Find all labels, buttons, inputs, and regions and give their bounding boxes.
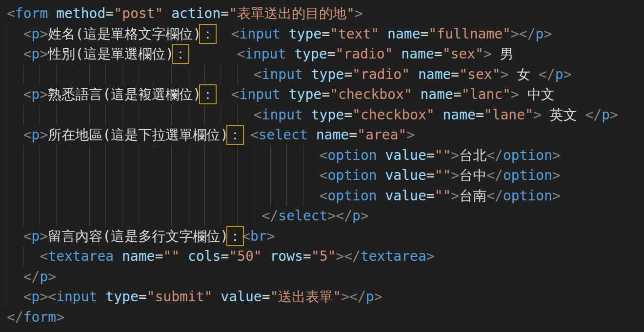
indent-guide	[221, 206, 221, 226]
bracket-token: <	[320, 188, 328, 204]
code-line[interactable]: <option value="">台北</option>	[0, 145, 644, 166]
indent-guide	[188, 186, 188, 206]
code-line[interactable]: <input type="checkbox" name="lane"> 英文 <…	[0, 105, 644, 125]
bracket-token: >	[501, 66, 509, 82]
indent-guide	[7, 145, 7, 166]
indent-guide	[254, 206, 254, 226]
whitespace	[410, 66, 418, 82]
equals-token: =	[344, 66, 352, 82]
string-value-token: "lane"	[484, 107, 533, 123]
whitespace	[412, 86, 421, 102]
code-line[interactable]: <option value="">台中</option>	[0, 165, 644, 186]
attribute-name-token: type	[294, 46, 327, 62]
indent-guide	[23, 246, 24, 267]
string-value-token: "lanc"	[462, 86, 511, 102]
attribute-name-token: value	[385, 188, 426, 204]
equals-token: =	[426, 188, 435, 204]
whitespace	[377, 188, 385, 204]
equals-token: =	[262, 289, 270, 305]
indent-guide	[237, 105, 238, 125]
attribute-name-token: type	[289, 26, 322, 42]
code-line[interactable]: <form method="post" action="表單送出的目的地">	[0, 3, 644, 24]
indent-guide	[139, 206, 139, 226]
indent-guide	[270, 145, 271, 166]
code-line[interactable]: </form>	[0, 307, 644, 328]
code-line[interactable]: </p>	[0, 267, 644, 287]
text-content-token: 台南	[459, 188, 486, 204]
indent-guide	[7, 186, 7, 206]
text-content-token: 台北	[459, 147, 486, 163]
indent-guide	[221, 186, 221, 206]
whitespace	[286, 46, 294, 62]
indent-guide	[221, 165, 221, 186]
indent-guide	[303, 145, 303, 166]
whitespace	[262, 248, 270, 264]
code-line[interactable]: <option value="">台南</option>	[0, 186, 644, 206]
indent-guide	[122, 105, 122, 125]
bracket-token: </	[262, 208, 279, 224]
indent-guide	[171, 64, 172, 85]
indent-guide	[122, 206, 122, 226]
attribute-name-token: value	[221, 289, 262, 305]
equals-token: =	[421, 26, 429, 42]
attribute-name-token: name	[443, 107, 475, 123]
bracket-token: >	[40, 26, 48, 42]
indent-guide	[73, 64, 73, 85]
whitespace	[48, 5, 56, 21]
tag-name-token: input	[240, 86, 281, 102]
tag-name-token: p	[32, 86, 40, 102]
whitespace	[308, 127, 316, 143]
text-content-token: 中文	[519, 86, 555, 102]
indent-guide	[56, 165, 57, 186]
whitespace	[377, 147, 385, 163]
tag-name-token: p	[536, 26, 544, 42]
code-line[interactable]: <p>所在地區(這是下拉選單欄位)： <select name="area">	[0, 125, 644, 145]
bracket-token: >	[483, 46, 492, 62]
indent-guide	[23, 206, 24, 226]
whitespace	[187, 46, 237, 62]
tag-name-token: form	[15, 5, 48, 21]
code-line[interactable]: <p>姓名(這是單格文字欄位)： <input type="text" name…	[0, 24, 644, 44]
bracket-token: </	[585, 107, 602, 123]
bracket-token: >	[40, 46, 48, 62]
indent-guide	[7, 226, 7, 247]
bracket-token: >	[327, 208, 336, 224]
bracket-token: >	[361, 208, 369, 224]
indent-guide	[23, 186, 24, 206]
equals-token: =	[344, 107, 352, 123]
code-line[interactable]: <p>性別(這是單選欄位)： <input type="radio" name=…	[0, 44, 644, 64]
indent-guide	[155, 186, 155, 206]
indent-guide	[73, 165, 73, 186]
indent-guide	[89, 105, 90, 125]
code-line[interactable]: <p><input type="submit" value="送出表單"></p…	[0, 287, 644, 307]
code-editor[interactable]: <form method="post" action="表單送出的目的地"> <…	[0, 0, 644, 332]
whitespace	[377, 167, 385, 183]
indent-guide	[7, 64, 7, 85]
bracket-token: <	[237, 46, 245, 62]
highlighted-fullwidth-colon: ：	[174, 46, 187, 62]
code-line[interactable]: <p>熟悉語言(這是複選欄位)： <input type="checkbox" …	[0, 84, 644, 105]
indent-guide	[221, 105, 221, 125]
tag-name-token: select	[259, 127, 308, 143]
bracket-token: <	[254, 66, 262, 82]
tag-name-token: input	[262, 66, 303, 82]
indent-guide	[40, 165, 40, 186]
tag-name-token: form	[23, 309, 56, 325]
indent-guide	[237, 64, 238, 85]
equals-token: =	[476, 107, 484, 123]
bracket-token: <	[231, 26, 240, 42]
indent-guide	[56, 186, 57, 206]
tag-name-token: option	[327, 188, 377, 204]
code-line[interactable]: <p>留言內容(這是多行文字欄位)：<br>	[0, 226, 644, 247]
equals-token: =	[155, 248, 163, 264]
code-line[interactable]: </select></p>	[0, 206, 644, 226]
indent-guide	[40, 145, 40, 166]
indent-guide	[139, 145, 139, 166]
indent-guide	[89, 64, 90, 85]
indent-guide	[155, 105, 155, 125]
code-line[interactable]: <input type="radio" name="sex"> 女 </p>	[0, 64, 644, 85]
code-line[interactable]: <textarea name="" cols="50" rows="5"></t…	[0, 246, 644, 267]
equals-token: =	[434, 46, 443, 62]
indent-guide	[56, 64, 57, 85]
whitespace	[393, 46, 402, 62]
